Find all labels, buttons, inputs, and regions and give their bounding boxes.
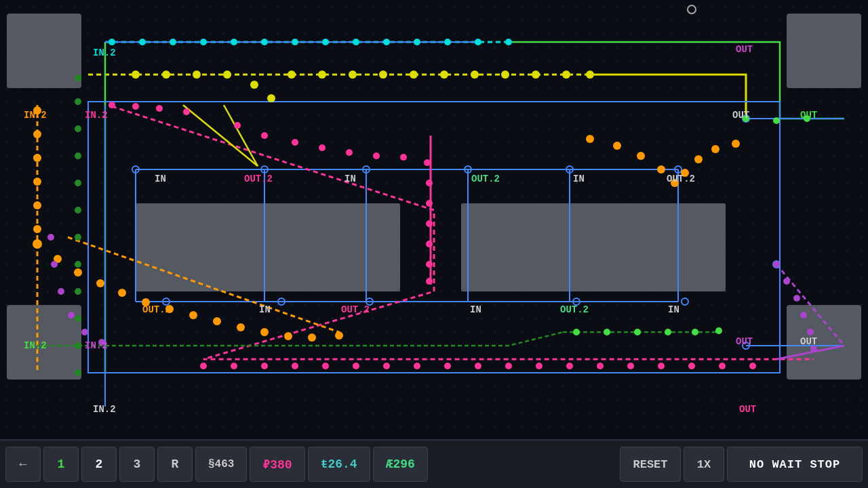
svg-point-83 [671,179,679,187]
back-button[interactable]: ← [5,447,41,482]
svg-point-63 [33,201,41,209]
svg-point-76 [284,332,292,340]
svg-point-65 [33,239,42,249]
svg-point-40 [410,70,418,79]
reset-button[interactable]: RESET [620,447,681,482]
svg-point-41 [440,70,448,79]
svg-point-84 [681,169,689,177]
svg-point-113 [414,363,420,369]
svg-point-30 [132,70,140,79]
svg-point-64 [33,225,41,233]
svg-point-116 [505,363,512,369]
score4-display: Æ296 [373,447,428,482]
svg-point-79 [586,135,594,143]
svg-point-42 [471,70,479,79]
svg-point-46 [586,70,594,79]
svg-point-140 [665,329,671,336]
svg-point-130 [98,339,105,346]
svg-point-73 [213,317,221,325]
svg-point-90 [156,105,163,112]
speed-button[interactable]: 1X [684,447,724,482]
svg-point-33 [223,70,231,79]
svg-point-59 [33,106,41,115]
svg-point-125 [47,234,54,241]
svg-point-55 [75,288,81,295]
svg-point-145 [804,115,810,122]
svg-point-69 [118,289,126,297]
tab2-button[interactable]: 2 [81,447,117,482]
svg-point-34 [250,81,258,89]
svg-point-96 [346,149,353,156]
svg-point-109 [292,363,298,369]
svg-point-61 [33,154,41,162]
svg-point-56 [75,315,81,322]
svg-point-136 [810,346,817,352]
svg-point-53 [75,234,81,241]
svg-point-67 [74,268,82,277]
svg-point-128 [68,312,75,319]
svg-point-111 [353,363,359,369]
svg-point-51 [75,180,81,186]
svg-point-45 [562,70,570,79]
score2-display: ₽380 [250,447,304,482]
svg-point-43 [501,70,509,79]
svg-point-105 [426,278,433,285]
svg-point-99 [424,159,431,166]
svg-point-126 [51,261,58,268]
svg-point-131 [773,261,780,268]
svg-point-108 [261,363,268,369]
svg-point-15 [688,5,696,14]
svg-point-81 [637,152,645,160]
svg-point-137 [573,329,580,336]
svg-point-103 [426,241,433,247]
svg-point-106 [200,363,207,369]
svg-point-139 [634,329,641,336]
svg-point-36 [288,70,296,79]
score3-display: ŧ26.4 [308,447,370,482]
tab1-button[interactable]: 1 [43,447,79,482]
svg-point-117 [536,363,542,369]
svg-point-49 [75,125,81,132]
svg-point-86 [711,145,719,153]
svg-point-97 [373,152,380,159]
svg-point-122 [688,363,695,369]
svg-point-115 [475,363,481,369]
svg-point-37 [318,70,326,79]
svg-point-35 [267,94,275,102]
svg-point-28 [475,39,481,45]
svg-point-44 [532,70,540,79]
svg-point-52 [75,207,81,214]
svg-point-47 [75,75,81,81]
svg-point-110 [322,363,329,369]
svg-point-92 [234,122,241,129]
svg-point-71 [165,305,174,313]
svg-point-124 [749,363,756,369]
no-wait-stop-button[interactable]: NO WAIT STOP [727,447,863,482]
svg-point-87 [732,140,740,148]
svg-point-141 [692,329,698,336]
svg-rect-0 [88,102,780,373]
svg-point-123 [719,363,726,369]
svg-point-29 [505,39,512,45]
svg-point-104 [426,261,433,268]
tabr-button[interactable]: R [157,447,193,482]
svg-point-98 [400,154,407,161]
svg-point-132 [783,278,790,285]
svg-point-16 [108,39,115,45]
svg-point-112 [383,363,390,369]
score1-display: §463 [195,447,247,482]
svg-point-18 [170,39,176,45]
svg-point-27 [444,39,451,45]
tab3-button[interactable]: 3 [119,447,155,482]
svg-point-57 [75,342,81,349]
svg-point-91 [183,108,190,115]
svg-point-78 [335,331,343,340]
svg-point-60 [33,130,41,138]
svg-point-70 [142,298,150,306]
svg-point-26 [414,39,420,45]
svg-point-68 [96,279,104,287]
svg-point-19 [200,39,207,45]
svg-point-120 [627,363,634,369]
svg-point-80 [613,142,621,150]
svg-point-20 [231,39,237,45]
